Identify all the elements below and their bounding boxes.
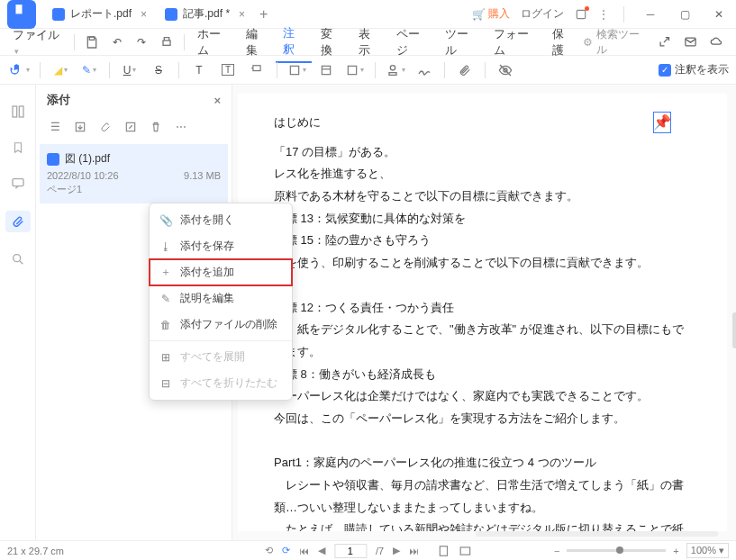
kebab-menu-icon[interactable]: ⋮: [598, 8, 609, 21]
notification-icon[interactable]: [575, 8, 587, 21]
delete-icon[interactable]: [148, 119, 164, 135]
search-tool[interactable]: ⚙ 検索ツール: [583, 27, 645, 58]
ctx-save-attachment[interactable]: ⭳添付を保存: [150, 233, 292, 259]
save-icon[interactable]: [80, 32, 104, 53]
ctx-add-attachment[interactable]: ＋添付を追加: [150, 259, 292, 285]
attachment-name: 図 (1).pdf: [65, 151, 110, 167]
menu-convert[interactable]: 変換: [313, 23, 350, 62]
text-tool-icon[interactable]: T: [186, 59, 212, 81]
svg-rect-0: [577, 10, 585, 18]
add-attachment-icon[interactable]: [97, 119, 114, 135]
svg-point-14: [13, 255, 20, 262]
menu-form[interactable]: フォーム: [486, 23, 544, 62]
menu-protect[interactable]: 保護: [545, 23, 581, 62]
menu-annotate[interactable]: 注釈: [276, 22, 312, 63]
strikethrough-icon[interactable]: S: [146, 59, 171, 81]
minimize-button[interactable]: ─: [639, 3, 662, 26]
callout-icon[interactable]: [244, 59, 269, 81]
pdf-page[interactable]: 📌 はじめに 「17 の目標」がある。レス化を推進すると、原料である木材を守るこ…: [238, 94, 727, 531]
hand-tool-icon[interactable]: ▾: [7, 59, 32, 81]
pencil-icon: ✎: [159, 293, 173, 305]
vertical-scrollbar[interactable]: [732, 312, 736, 348]
ctx-open-attachment[interactable]: 📎添付を開く: [150, 207, 292, 233]
zoom-slider[interactable]: [567, 549, 666, 552]
login-link[interactable]: ログイン: [521, 6, 564, 22]
share-icon[interactable]: [658, 35, 671, 49]
textbox-icon[interactable]: T: [215, 59, 241, 81]
underline-icon[interactable]: U▾: [117, 59, 142, 81]
highlight-icon[interactable]: ◢▾: [48, 59, 73, 81]
menu-view[interactable]: 表示: [351, 23, 387, 62]
reading-mode-icon[interactable]: [459, 545, 471, 557]
menu-edit[interactable]: 編集: [239, 23, 275, 62]
cloud-icon[interactable]: [710, 35, 723, 49]
undo-icon[interactable]: ↶: [105, 32, 129, 53]
hide-icon[interactable]: [493, 59, 518, 81]
menu-tool[interactable]: ツール: [438, 23, 485, 62]
clip-icon: 📎: [159, 214, 173, 227]
doc-line: [274, 275, 691, 297]
print-icon[interactable]: [155, 32, 178, 53]
doc-line: 原料である木材を守ることで以下の目標に貢献できます。: [274, 185, 691, 208]
shapes-icon[interactable]: ▾: [342, 59, 368, 81]
comments-icon[interactable]: [9, 175, 27, 193]
page-dimensions: 21 x 29.7 cm: [7, 546, 64, 556]
svg-rect-6: [322, 66, 330, 74]
bookmarks-icon[interactable]: [9, 139, 27, 157]
purchase-link[interactable]: 🛒 購入: [472, 6, 510, 22]
area-highlight-icon[interactable]: [313, 59, 339, 81]
menu-page[interactable]: ページ: [389, 23, 436, 62]
collapse-icon: ⊟: [159, 377, 173, 390]
doc-line: 目標 12：つくる責任・つかう責任: [274, 297, 691, 320]
zoom-out-icon[interactable]: −: [554, 546, 559, 556]
first-page-icon[interactable]: ⏮: [299, 546, 309, 556]
add-tab-button[interactable]: +: [259, 6, 268, 23]
rotate-right-icon[interactable]: ⟳: [282, 545, 290, 556]
ctx-delete-attachment[interactable]: 🗑添付ファイルの削除: [150, 312, 292, 338]
thumbnails-icon[interactable]: [9, 103, 27, 121]
attachment-item[interactable]: 図 (1).pdf 2022/8/10 10:26 9.13 MB ページ1: [40, 144, 228, 203]
cart-icon: 🛒: [472, 8, 486, 21]
close-icon[interactable]: ×: [141, 8, 147, 21]
close-icon[interactable]: ×: [214, 94, 221, 107]
maximize-button[interactable]: ▢: [673, 3, 696, 26]
expand-icon: ⊞: [159, 351, 173, 364]
pencil-icon[interactable]: ✎▾: [77, 59, 102, 81]
search-panel-icon[interactable]: [9, 250, 27, 268]
stamp-icon[interactable]: ▾: [383, 59, 408, 81]
ctx-edit-description[interactable]: ✎説明を編集: [150, 285, 292, 312]
svg-rect-17: [440, 546, 447, 555]
prev-page-icon[interactable]: ◀: [318, 545, 325, 556]
page-number-input[interactable]: [334, 544, 367, 558]
close-icon[interactable]: ×: [239, 8, 245, 21]
edit-icon[interactable]: [123, 119, 139, 135]
next-page-icon[interactable]: ▶: [393, 545, 400, 556]
svg-rect-2: [163, 41, 170, 45]
redo-icon[interactable]: ↷: [130, 32, 153, 53]
show-annotations-toggle[interactable]: ✓ 注釈を表示: [659, 62, 729, 77]
zoom-in-icon[interactable]: +: [673, 546, 678, 556]
pin-icon: 📌: [653, 109, 671, 136]
mail-icon[interactable]: [684, 35, 697, 49]
svg-rect-1: [89, 37, 94, 40]
last-page-icon[interactable]: ⏭: [409, 546, 419, 556]
attachments-icon[interactable]: [5, 211, 31, 232]
more-icon[interactable]: ⋯: [173, 119, 189, 135]
pdf-icon: [165, 8, 177, 21]
close-button[interactable]: ✕: [707, 3, 731, 26]
menu-file[interactable]: ファイル▾: [5, 23, 68, 60]
doc-line: 目標 13：気候変動に具体的な対策を: [274, 208, 691, 230]
attachment-pin[interactable]: 📌: [653, 112, 671, 133]
sidebar-rail: [0, 85, 36, 540]
rotate-left-icon[interactable]: ⟲: [265, 545, 273, 556]
attachment-icon[interactable]: [452, 59, 477, 81]
list-icon[interactable]: ☰: [47, 119, 63, 135]
menu-home[interactable]: ホーム: [190, 23, 237, 62]
note-icon[interactable]: ▾: [285, 59, 310, 81]
zoom-select[interactable]: 100% ▾: [686, 543, 729, 558]
save-attachment-icon[interactable]: [72, 119, 88, 135]
signature-icon[interactable]: [412, 59, 437, 81]
fit-icon[interactable]: [437, 545, 450, 557]
save-icon: ⭳: [159, 240, 173, 253]
horizontal-scrollbar[interactable]: [476, 531, 718, 537]
